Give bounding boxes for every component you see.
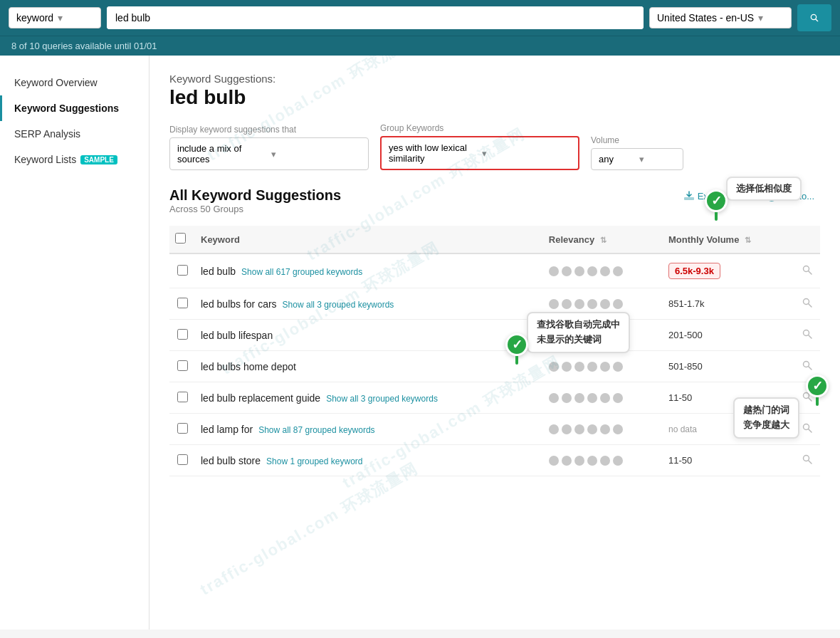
search-type-label: keyword xyxy=(16,12,53,23)
search-input-wrap xyxy=(107,6,644,29)
row-volume-cell: 6.5k-9.3k xyxy=(663,253,794,288)
content-area: traffic-global.com 环球流量网 traffic-global.… xyxy=(149,56,840,629)
relevancy-sort-icon[interactable]: ⇅ xyxy=(600,236,607,244)
group-filter-label: Group Keywords xyxy=(380,123,579,133)
row-keyword-cell: led bulbs home depot xyxy=(195,351,543,382)
row-checkbox[interactable] xyxy=(177,360,188,371)
row-checkbox[interactable] xyxy=(177,392,188,402)
table-row: led bulb replacement guideShow all 3 gro… xyxy=(169,382,820,414)
relevancy-dots xyxy=(549,266,657,276)
relevancy-dot xyxy=(549,456,559,466)
keyword-table-body: led bulbShow all 617 grouped keywords6.5… xyxy=(169,253,820,476)
row-checkbox[interactable] xyxy=(177,298,188,308)
relevancy-dot xyxy=(562,424,572,434)
search-type-select[interactable]: keyword ▾ xyxy=(9,7,101,28)
relevancy-dot xyxy=(587,393,597,403)
sidebar-item-label: Keyword Lists xyxy=(14,154,76,165)
row-keyword-name: led bulb replacement guide xyxy=(201,392,320,404)
annotation-2: 查找谷歌自动完成中未显示的关键词 xyxy=(527,312,630,353)
sidebar-item-serp-analysis[interactable]: SERP Analysis xyxy=(0,121,149,147)
relevancy-dot xyxy=(613,266,623,276)
row-checkbox[interactable] xyxy=(177,454,188,465)
row-checkbox-cell xyxy=(169,320,195,351)
volume-filter-value: any xyxy=(599,154,635,164)
sidebar-item-keyword-suggestions[interactable]: Keyword Suggestions xyxy=(0,95,149,121)
relevancy-dots xyxy=(549,299,657,309)
sidebar-item-keyword-overview[interactable]: Keyword Overview xyxy=(0,70,149,95)
row-checkbox-cell xyxy=(169,351,195,382)
filters-row: Display keyword suggestions that include… xyxy=(169,123,820,170)
row-checkbox[interactable] xyxy=(177,329,188,340)
keyword-lists-badge: SAMPLE xyxy=(80,155,117,164)
row-keyword-cell: led bulb storeShow 1 grouped keyword xyxy=(195,445,543,476)
relevancy-dot xyxy=(574,266,584,276)
sidebar-item-keyword-lists[interactable]: Keyword Lists SAMPLE xyxy=(0,147,149,172)
table-title: All Keyword Suggestions xyxy=(169,187,341,204)
volume-value: 11-50 xyxy=(663,445,794,476)
group-filter-chevron: ▾ xyxy=(482,148,571,159)
relevancy-dot xyxy=(587,362,597,372)
search-input[interactable] xyxy=(107,6,644,29)
header-relevancy: Relevancy ⇅ xyxy=(543,226,663,253)
relevancy-dot xyxy=(613,393,623,403)
table-subtitle: Across 50 Groups xyxy=(169,204,341,214)
show-grouped-link[interactable]: Show all 617 grouped keywords xyxy=(241,267,362,277)
row-search-icon-cell[interactable] xyxy=(794,288,820,320)
locale-select[interactable]: United States - en-US ▾ xyxy=(649,7,792,28)
row-checkbox[interactable] xyxy=(177,423,188,434)
header-checkbox-cell xyxy=(169,226,195,253)
row-checkbox-cell xyxy=(169,288,195,320)
show-grouped-link[interactable]: Show all 3 grouped keywords xyxy=(326,394,438,404)
svg-line-1 xyxy=(816,19,818,21)
volume-filter-chevron: ▾ xyxy=(639,154,676,164)
relevancy-dots xyxy=(549,424,657,434)
row-relevancy-cell xyxy=(543,253,663,288)
row-search-icon xyxy=(802,454,813,465)
table-row: led bulbs home depot501-850 xyxy=(169,351,820,382)
row-search-icon xyxy=(802,297,813,308)
show-grouped-link[interactable]: Show all 87 grouped keywords xyxy=(258,425,374,435)
main-layout: Keyword Overview Keyword Suggestions SER… xyxy=(0,56,840,629)
show-grouped-link[interactable]: Show 1 grouped keyword xyxy=(266,456,362,466)
row-search-icon-cell[interactable] xyxy=(794,253,820,288)
row-keyword-name: led bulb xyxy=(201,266,236,277)
sidebar-item-label: Keyword Suggestions xyxy=(14,103,119,114)
row-search-icon-cell[interactable] xyxy=(794,320,820,351)
table-header-left: All Keyword Suggestions Across 50 Groups xyxy=(169,187,341,223)
row-search-icon-cell[interactable] xyxy=(794,445,820,476)
search-button[interactable] xyxy=(797,4,831,31)
relevancy-dot xyxy=(600,362,610,372)
table-row: led lamp forShow all 87 grouped keywords… xyxy=(169,414,820,445)
group-filter-select[interactable]: yes with low lexical similarity ▾ xyxy=(380,136,579,170)
relevancy-dot xyxy=(562,456,572,466)
svg-line-7 xyxy=(809,271,812,275)
row-keyword-cell: led bulbShow all 617 grouped keywords xyxy=(195,253,543,288)
volume-filter-select[interactable]: any ▾ xyxy=(591,148,683,170)
select-all-checkbox[interactable] xyxy=(175,233,186,244)
header-volume: Monthly Volume ⇅ xyxy=(663,226,794,253)
row-search-icon xyxy=(802,328,813,340)
relevancy-dot xyxy=(549,393,559,403)
row-relevancy-cell xyxy=(543,382,663,414)
svg-line-17 xyxy=(809,429,812,433)
row-checkbox-cell xyxy=(169,414,195,445)
row-checkbox[interactable] xyxy=(177,265,188,276)
no-data-label: no data xyxy=(668,424,697,434)
relevancy-dot xyxy=(587,424,597,434)
pin-checkmark-1: ✓ xyxy=(705,189,728,221)
display-filter-value: include a mix of sources xyxy=(177,143,267,164)
volume-value: 851-1.7k xyxy=(663,288,794,320)
svg-line-13 xyxy=(809,367,812,370)
relevancy-dot xyxy=(549,362,559,372)
locale-chevron: ▾ xyxy=(758,12,763,23)
relevancy-dot xyxy=(549,424,559,434)
show-grouped-link[interactable]: Show all 3 grouped keywords xyxy=(283,300,394,310)
queries-text: 8 of 10 queries available until 01/01 xyxy=(11,41,157,51)
display-filter-label: Display keyword suggestions that xyxy=(169,125,369,135)
export-icon xyxy=(683,190,695,202)
display-filter-select[interactable]: include a mix of sources ▾ xyxy=(169,137,369,170)
sidebar: Keyword Overview Keyword Suggestions SER… xyxy=(0,56,149,629)
display-filter-chevron: ▾ xyxy=(271,149,361,160)
volume-sort-icon[interactable]: ⇅ xyxy=(745,236,751,244)
relevancy-dot xyxy=(600,299,610,309)
